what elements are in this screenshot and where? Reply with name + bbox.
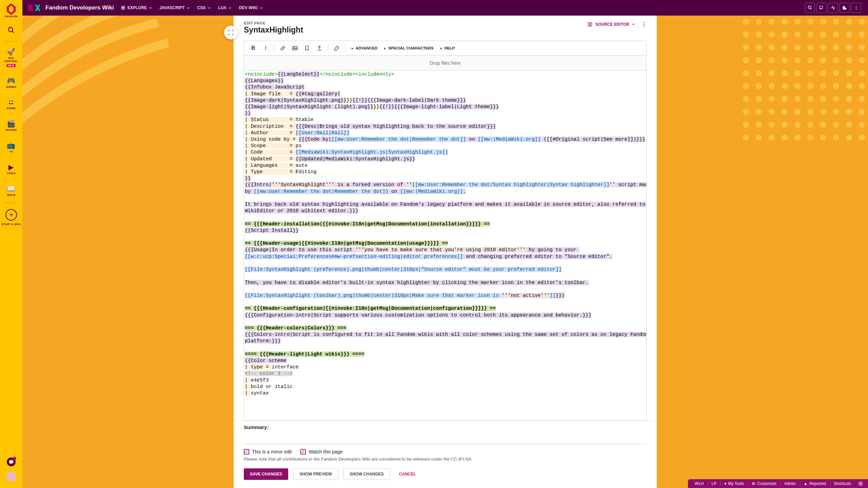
- more-button[interactable]: [851, 3, 861, 13]
- divider: [4, 41, 18, 42]
- page-title: SyntaxHighlight: [244, 25, 587, 35]
- sidebar-item-fan-central[interactable]: 🚀FANCENTRALBETA: [4, 43, 18, 72]
- expand-icon[interactable]: [224, 26, 238, 39]
- sidebar-item-games[interactable]: 🎮GAMES: [4, 72, 18, 94]
- svg-rect-2: [121, 6, 123, 7]
- plus-icon: +: [5, 209, 17, 221]
- wiki-title: Fandom Developers Wiki: [45, 4, 114, 11]
- messages-icon[interactable]: 💬: [7, 458, 16, 466]
- svg-point-9: [856, 6, 856, 7]
- editor-panel: EDIT PAGE SyntaxHighlight SOURCE EDITOR …: [234, 16, 657, 488]
- search-button[interactable]: [805, 3, 815, 13]
- toolbar-help[interactable]: ▸HELP: [437, 46, 458, 50]
- svg-line-7: [811, 8, 812, 9]
- sidebar-item-movies[interactable]: 🎬MOVIES: [4, 115, 18, 137]
- cancel-button[interactable]: CANCEL: [395, 468, 420, 480]
- toolbar-advanced[interactable]: ▸ADVANCED: [348, 46, 381, 50]
- bold-button[interactable]: B: [248, 42, 259, 54]
- svg-line-1: [12, 31, 14, 33]
- license-note: Please note that all contributions to th…: [244, 456, 647, 462]
- fandom-sidebar: FANDOM 🚀FANCENTRALBETA🎮GAMES😃ANIME🎬MOVIE…: [0, 0, 22, 488]
- bottom-shortcuts[interactable]: Shortcuts: [830, 481, 854, 486]
- toolbar-special-characters[interactable]: ▸SPECIAL CHARACTERS: [381, 46, 437, 50]
- divider: [4, 203, 18, 203]
- bottom-reported[interactable]: ▲Reported: [800, 481, 829, 486]
- start-wiki[interactable]: + START A WIKI: [0, 204, 22, 231]
- source-editor-dropdown[interactable]: SOURCE EDITOR: [587, 22, 635, 27]
- sidebar-item-tv[interactable]: 📺TV: [4, 137, 18, 158]
- nav-item-dev wiki[interactable]: DEV WIKI: [239, 5, 263, 10]
- edit-page-label: EDIT PAGE: [244, 21, 587, 25]
- sidebar-item-video[interactable]: ▶VIDEO: [4, 158, 18, 180]
- link-button[interactable]: [277, 42, 289, 54]
- bottom-my-tools[interactable]: ▾My Tools: [721, 481, 747, 486]
- svg-point-6: [808, 6, 811, 9]
- close-icon[interactable]: [856, 480, 865, 488]
- wiki-logo[interactable]: Fandom Developers Wiki: [27, 3, 114, 13]
- activity-button[interactable]: [828, 3, 838, 13]
- summary-input[interactable]: [244, 432, 647, 444]
- svg-rect-4: [121, 8, 123, 9]
- nav-item-css[interactable]: CSS: [197, 5, 211, 10]
- summary-label: Summary:: [244, 424, 647, 430]
- svg-rect-8: [820, 6, 823, 8]
- image-button[interactable]: [289, 42, 301, 54]
- svg-point-0: [8, 27, 13, 32]
- editor-footer: Summary: ✓This is a minor edit ✓Watch th…: [234, 421, 657, 488]
- editor-toolbar: B I ▸ADVANCED▸SPECIAL CHARACTERS▸HELP: [244, 41, 647, 56]
- minor-edit-checkbox[interactable]: ✓This is a minor edit: [244, 449, 292, 454]
- bottom-customize[interactable]: ⚙Customize: [748, 481, 780, 486]
- wiki-header: Fandom Developers Wiki EXPLOREJAVASCRIPT…: [0, 0, 868, 16]
- show-changes-button[interactable]: SHOW CHANGES: [343, 468, 390, 480]
- preview-button[interactable]: SHOW PREVIEW: [293, 468, 338, 480]
- sidebar-item-anime[interactable]: 😃ANIME: [4, 93, 18, 115]
- italic-button[interactable]: I: [260, 42, 271, 54]
- save-button[interactable]: SAVE CHANGES: [244, 468, 288, 480]
- discussions-button[interactable]: [816, 3, 827, 13]
- highlight-button[interactable]: [331, 42, 342, 54]
- svg-point-10: [856, 7, 856, 8]
- fandom-brand-text: FANDOM: [5, 15, 18, 18]
- nav-item-javascript[interactable]: JAVASCRIPT: [159, 5, 190, 10]
- nav-item-lua[interactable]: LUA: [218, 5, 232, 10]
- svg-rect-133: [588, 22, 590, 26]
- svg-rect-3: [123, 6, 125, 7]
- nav-item-explore[interactable]: EXPLORE: [121, 5, 152, 10]
- source-code-editor[interactable]: <noinclude>{{LangSelect}}</noinclude><in…: [244, 70, 647, 421]
- bottom-wlh[interactable]: WLH: [691, 481, 707, 486]
- svg-rect-5: [123, 8, 125, 9]
- bottom-toolbar: WLHLP▾My Tools⚙CustomizeAdmin▲ReportedSh…: [688, 479, 868, 488]
- upload-button[interactable]: [314, 42, 325, 54]
- user-avatar[interactable]: [6, 472, 16, 482]
- watch-page-checkbox[interactable]: ✓Watch this page: [300, 449, 342, 454]
- bottom-lp[interactable]: LP: [708, 481, 720, 486]
- bottom-admin[interactable]: Admin: [781, 481, 799, 486]
- more-options-icon[interactable]: ⋮: [641, 21, 647, 27]
- svg-point-11: [856, 9, 856, 9]
- search-icon[interactable]: [7, 26, 15, 35]
- theme-button[interactable]: [840, 3, 850, 13]
- sidebar-item-wikis[interactable]: 📖WIKIS: [4, 180, 18, 202]
- svg-rect-134: [591, 22, 592, 26]
- file-drop-zone[interactable]: Drop files here: [244, 56, 647, 70]
- fandom-logo[interactable]: FANDOM: [3, 3, 19, 20]
- reference-button[interactable]: [301, 42, 313, 54]
